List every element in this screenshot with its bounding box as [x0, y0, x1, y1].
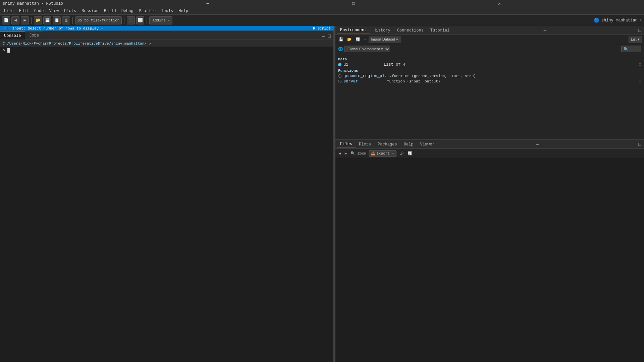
env-circle-server [338, 80, 341, 83]
list-label: List ▾ [631, 37, 640, 42]
menu-edit[interactable]: Edit [16, 8, 32, 14]
env-selector[interactable]: Global Environment ▾ [344, 46, 390, 52]
files-tb-icon3[interactable]: 🖊 [399, 151, 405, 156]
go-to-file-btn[interactable]: Go to file/function [75, 16, 122, 24]
console-path-bar[interactable]: C:/Users/Nick/PycharmProjects/Proliferat… [0, 40, 333, 47]
maximize-btn[interactable]: □ [352, 1, 355, 6]
menu-profile[interactable]: Profile [136, 8, 158, 14]
export-label: Export ▾ [376, 151, 394, 156]
env-tb-icon1[interactable]: 💾 [337, 37, 345, 42]
save-all-btn[interactable]: 📋 [53, 16, 61, 24]
console-collapse-btn[interactable]: — [320, 33, 326, 40]
toolbar-back-btn[interactable]: ◀ [11, 16, 19, 24]
toolbar-sep1 [31, 17, 32, 24]
console-panel: Console Jobs — □ C:/Users/Nick/PycharmPr… [0, 31, 334, 362]
menu-build[interactable]: Build [101, 8, 119, 14]
right-bottom: Files Plots Packages Help Viewer — □ ◀ ▶… [335, 140, 644, 362]
files-tb-icon4[interactable]: 🔄 [406, 151, 414, 156]
files-collapse-btn[interactable]: — [535, 142, 540, 147]
env-tb-icon4[interactable]: → [363, 37, 368, 42]
env-row-genomic[interactable]: genomic_region_pl... function (genome_ve… [338, 73, 641, 79]
env-expand-ui[interactable]: □ [639, 62, 641, 67]
env-row-ui[interactable]: ui List of 4 □ [338, 62, 641, 67]
env-circle-genomic [338, 74, 341, 78]
env-content: Data ui List of 4 □ Functions genomic_re… [335, 54, 644, 139]
right-top: Environment History Connections Tutorial… [335, 26, 644, 140]
menu-file[interactable]: File [1, 8, 16, 14]
env-expand-genomic[interactable]: □ [639, 74, 641, 78]
files-tab-files[interactable]: Files [337, 141, 356, 148]
addins-arrow: ▾ [167, 18, 169, 22]
open-file-btn[interactable]: 📂 [34, 16, 42, 24]
export-btn[interactable]: 📤 Export ▾ [369, 150, 396, 157]
project-name: shiny_manhattan [601, 18, 638, 23]
files-tab-bar: Files Plots Packages Help Viewer — □ [335, 140, 644, 149]
console-tab-bar: Console Jobs — □ [0, 31, 333, 40]
data-section-label: Data [338, 57, 641, 61]
toolbar-forward-btn[interactable]: ▶ [21, 16, 29, 24]
globe-icon: 🌐 [338, 47, 343, 52]
env-value-server: function (input, output) [387, 79, 440, 83]
menu-tools[interactable]: Tools [158, 8, 176, 14]
menu-debug[interactable]: Debug [119, 8, 136, 14]
files-tab-help[interactable]: Help [400, 141, 417, 148]
addins-label: Addins [152, 18, 166, 22]
right-panel: Environment History Connections Tutorial… [335, 26, 644, 362]
console-prompt: > [3, 48, 5, 53]
toolbar: 📄 ◀ ▶ 📂 💾 📋 🖨 Go to file/function ⬛ ⬜ Ad… [0, 15, 644, 26]
main-layout: server.R ✕ app.R* ✕ ◀ ▶ — □ ◀ ▶ ↩ [0, 26, 644, 362]
print-btn[interactable]: 🖨 [62, 16, 70, 24]
right-tab-environment[interactable]: Environment [337, 27, 370, 34]
menu-help[interactable]: Help [176, 8, 191, 14]
files-tb-back[interactable]: ◀ [337, 151, 342, 156]
files-content [335, 158, 644, 362]
env-search[interactable] [621, 46, 641, 52]
files-tb-forward[interactable]: ▶ [343, 151, 348, 156]
status-right: R Script [313, 26, 331, 31]
env-expand-server[interactable]: □ [639, 79, 641, 84]
env-row-server[interactable]: server function (input, output) □ [338, 79, 641, 84]
right-top-expand-btn[interactable]: □ [637, 28, 643, 33]
save-btn[interactable]: 💾 [43, 16, 51, 24]
new-file-btn[interactable]: 📄 [2, 16, 10, 24]
right-tab-tutorial[interactable]: Tutorial [427, 27, 453, 34]
import-dataset-btn[interactable]: Import Dataset ▾ [369, 36, 400, 43]
minimize-btn[interactable]: ─ [207, 1, 209, 6]
console-content[interactable]: > [0, 47, 333, 362]
status-left[interactable]: 🔵 Input: Select number of rows to displa… [3, 26, 313, 31]
right-top-collapse-btn[interactable]: — [542, 28, 548, 33]
menu-code[interactable]: Code [32, 8, 47, 14]
right-tab-connections[interactable]: Connections [394, 27, 427, 34]
env-tb-icon2[interactable]: 📂 [346, 37, 353, 42]
functions-section-label: Functions [338, 69, 641, 73]
files-tab-viewer[interactable]: Viewer [417, 141, 438, 148]
env-tb-icon3[interactable]: 🔄 [354, 37, 362, 42]
export-icon: 📤 [371, 151, 376, 156]
console-path-link[interactable]: ↗ [149, 42, 151, 46]
menu-plots[interactable]: Plots [61, 8, 79, 14]
right-tab-history[interactable]: History [370, 27, 393, 34]
toolbar-icon5[interactable]: ⬜ [136, 16, 144, 24]
addins-btn[interactable]: Addins ▾ [149, 16, 172, 24]
toolbar-sep3 [124, 17, 124, 24]
title-bar: shiny_manhattan - RStudio ─ □ ✕ [0, 0, 644, 7]
menu-session[interactable]: Session [79, 8, 101, 14]
status-input-msg: Input: Select number of rows to display … [12, 26, 103, 31]
close-btn[interactable]: ✕ [498, 1, 500, 6]
files-expand-btn[interactable]: □ [637, 142, 643, 147]
project-icon: 🔵 [594, 17, 599, 23]
tab-jobs-label: Jobs [29, 33, 39, 38]
menu-view[interactable]: View [46, 8, 61, 14]
files-tab-plots[interactable]: Plots [356, 141, 374, 148]
env-toolbar: 💾 📂 🔄 → Import Dataset ▾ List ▾ [335, 35, 644, 44]
toolbar-icon4[interactable]: ⬛ [127, 16, 135, 24]
console-expand-btn[interactable]: □ [327, 33, 332, 40]
env-name-server: server [343, 79, 387, 84]
files-tb-zoom[interactable]: 🔍 Zoom [349, 151, 368, 156]
files-tab-packages[interactable]: Packages [374, 141, 400, 148]
list-btn[interactable]: List ▾ [629, 36, 642, 43]
tab-console[interactable]: Console [0, 31, 25, 40]
console-path: C:/Users/Nick/PycharmProjects/Proliferat… [3, 42, 149, 46]
env-name-genomic: genomic_region_pl... [343, 74, 392, 78]
tab-jobs[interactable]: Jobs [25, 31, 43, 40]
